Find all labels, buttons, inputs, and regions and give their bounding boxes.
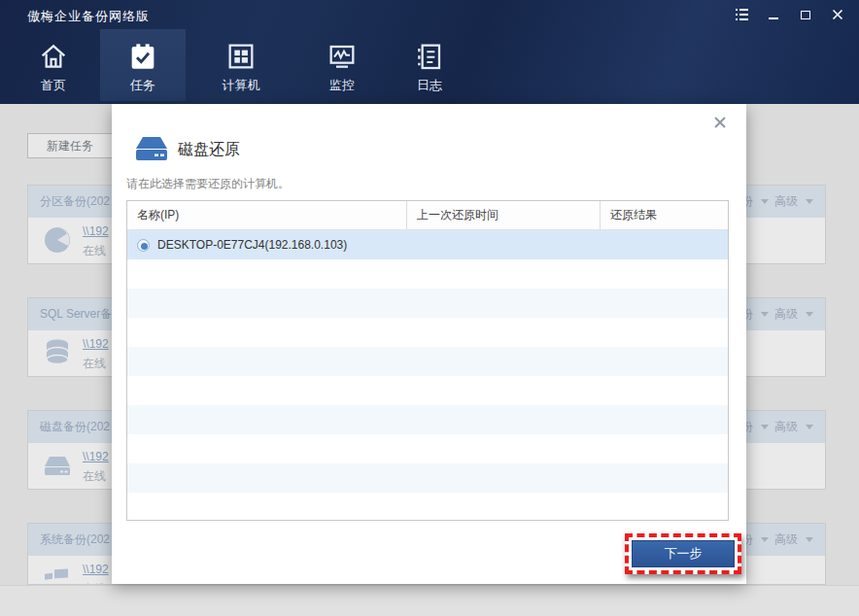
nav-item-home[interactable]: 首页 <box>11 29 96 101</box>
computers-table: 名称(IP) 上一次还原时间 还原结果 DESKTOP-0E77CJ4(192.… <box>126 200 729 521</box>
close-icon <box>713 116 727 129</box>
nav-item-computers[interactable]: 计算机 <box>198 29 284 101</box>
nav-label: 首页 <box>41 77 66 94</box>
tasks-icon <box>127 41 158 72</box>
maximize-button[interactable] <box>798 7 813 22</box>
table-row-empty <box>127 434 728 463</box>
table-row-empty <box>127 259 728 289</box>
nav-item-logs[interactable]: 日志 <box>387 29 472 101</box>
table-row-empty <box>127 405 728 434</box>
disk-restore-icon <box>134 135 169 164</box>
logs-icon <box>414 41 445 72</box>
nav-label: 监控 <box>329 77 355 94</box>
close-button[interactable] <box>830 7 845 22</box>
table-row-empty <box>127 347 728 376</box>
dialog-subtitle: 请在此选择需要还原的计算机。 <box>126 176 290 192</box>
window-controls <box>734 7 845 22</box>
column-header-last-restore-time: 上一次还原时间 <box>406 201 600 229</box>
home-icon <box>38 41 69 72</box>
disk-restore-dialog: 磁盘还原 请在此选择需要还原的计算机。 名称(IP) 上一次还原时间 还原结果 … <box>112 104 746 584</box>
app-header: 傲梅企业备份网络版 <box>0 0 859 104</box>
main-nav: 首页 任务 计算机 <box>0 29 472 104</box>
table-row-empty <box>127 493 728 522</box>
close-icon <box>832 9 843 20</box>
nav-label: 日志 <box>417 77 442 94</box>
monitor-icon <box>326 41 358 72</box>
window-title: 傲梅企业备份网络版 <box>27 8 150 25</box>
computer-icon <box>225 41 257 72</box>
table-body: DESKTOP-0E77CJ4(192.168.0.103) <box>127 230 728 522</box>
nav-item-tasks[interactable]: 任务 <box>100 29 186 101</box>
computer-name-ip: DESKTOP-0E77CJ4(192.168.0.103) <box>157 238 347 252</box>
table-row-empty <box>127 318 728 347</box>
menu-list-glyph <box>736 9 748 20</box>
table-row-empty <box>127 463 728 493</box>
column-header-restore-result: 还原结果 <box>600 201 728 229</box>
next-button[interactable]: 下一步 <box>632 540 735 567</box>
radio-selected-icon[interactable] <box>137 239 150 252</box>
menu-list-icon[interactable] <box>734 7 749 22</box>
table-row-empty <box>127 376 728 405</box>
minimize-button[interactable] <box>766 7 781 22</box>
dialog-title: 磁盘还原 <box>178 140 240 160</box>
nav-label: 计算机 <box>223 77 260 94</box>
nav-item-monitoring[interactable]: 监控 <box>299 29 385 101</box>
table-row-empty <box>127 289 728 318</box>
table-row-computer[interactable]: DESKTOP-0E77CJ4(192.168.0.103) <box>127 230 728 259</box>
dialog-close-button[interactable] <box>710 113 730 132</box>
titlebar: 傲梅企业备份网络版 <box>0 0 859 29</box>
nav-label: 任务 <box>130 77 155 94</box>
column-header-name-ip: 名称(IP) <box>127 201 406 229</box>
table-header: 名称(IP) 上一次还原时间 还原结果 <box>127 201 728 230</box>
